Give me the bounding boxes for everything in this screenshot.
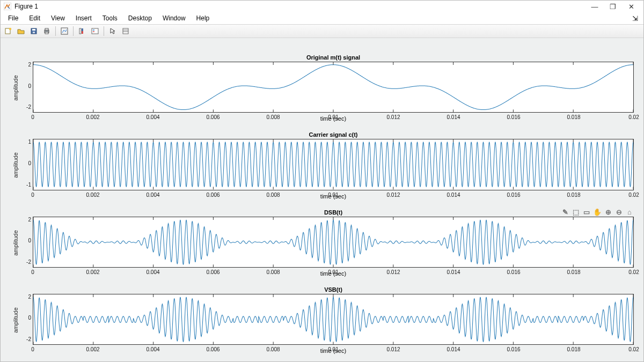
svg-point-2 <box>9 28 11 30</box>
subplot-0: amplitude20-2Original m(t) signal 00.002… <box>10 54 634 122</box>
link-plot-icon[interactable] <box>58 25 70 37</box>
zoom-in-icon[interactable]: ⊕ <box>604 208 612 217</box>
axes[interactable] <box>33 217 634 268</box>
x-ticks: 00.0020.0040.0060.0080.010.0120.0140.016… <box>33 345 634 346</box>
toolbar <box>1 24 643 38</box>
axes[interactable] <box>33 62 634 113</box>
titlebar: Figure 1 — ❐ ✕ <box>1 1 643 12</box>
menu-insert[interactable]: Insert <box>70 13 97 23</box>
dock-button[interactable]: ⇲ <box>629 14 641 23</box>
ylabel: amplitude <box>12 75 19 101</box>
y-ticks: 20-2 <box>21 54 33 122</box>
menu-file[interactable]: File <box>3 13 24 23</box>
save-icon[interactable] <box>28 25 40 37</box>
matlab-figure-icon <box>4 3 11 10</box>
y-ticks: 20-2 <box>21 209 33 277</box>
zoom-out-icon[interactable]: ⊖ <box>614 208 623 217</box>
toolbar-separator <box>73 26 74 36</box>
svg-rect-12 <box>82 31 83 34</box>
open-icon[interactable] <box>15 25 27 37</box>
svg-rect-10 <box>79 28 81 34</box>
svg-rect-13 <box>92 28 98 34</box>
y-ticks: 10-1 <box>21 131 33 199</box>
plot-title: VSB(t) <box>33 286 634 293</box>
print-icon[interactable] <box>41 25 53 37</box>
subplot-3: amplitude20-2VSB(t) 00.0020.0040.0060.00… <box>10 286 634 354</box>
window-title: Figure 1 <box>14 3 38 10</box>
x-ticks: 00.0020.0040.0060.0080.010.0120.0140.016… <box>33 113 634 114</box>
plot-title: DSB(t)✎⬚▭✋⊕⊖⌂ <box>33 209 634 216</box>
plot-title: Original m(t) signal <box>33 54 634 61</box>
menu-tools[interactable]: Tools <box>97 13 123 23</box>
svg-rect-16 <box>123 28 128 34</box>
minimize-button[interactable]: — <box>586 1 604 12</box>
close-button[interactable]: ✕ <box>622 1 640 12</box>
axes[interactable] <box>33 139 634 190</box>
menu-view[interactable]: View <box>46 13 70 23</box>
svg-rect-8 <box>45 32 48 34</box>
svg-rect-5 <box>33 32 35 33</box>
datatip-icon[interactable]: ⬚ <box>572 208 580 217</box>
insert-colorbar-icon[interactable] <box>76 25 88 37</box>
subplot-1: amplitude10-1Carrier signal c(t) 00.0020… <box>10 131 634 199</box>
toolbar-separator <box>55 26 56 36</box>
menubar: File Edit View Insert Tools Desktop Wind… <box>1 12 643 24</box>
edit-plot-pointer-icon[interactable] <box>107 25 119 37</box>
svg-rect-7 <box>45 28 48 30</box>
x-ticks: 00.0020.0040.0060.0080.010.0120.0140.016… <box>33 190 634 192</box>
subplot-2: amplitude20-2DSB(t)✎⬚▭✋⊕⊖⌂ 00.0020.0040.… <box>10 209 634 277</box>
axes-toolbar: ✎⬚▭✋⊕⊖⌂ <box>561 208 634 217</box>
brush-icon[interactable]: ✎ <box>561 208 569 217</box>
svg-rect-9 <box>61 28 68 34</box>
axes[interactable] <box>33 294 634 345</box>
y-ticks: 20-2 <box>21 286 33 354</box>
new-figure-icon[interactable] <box>2 25 14 37</box>
ylabel: amplitude <box>12 230 19 256</box>
menu-edit[interactable]: Edit <box>24 13 46 23</box>
menu-help[interactable]: Help <box>191 13 215 23</box>
maximize-button[interactable]: ❐ <box>604 1 622 12</box>
ylabel: amplitude <box>12 153 19 179</box>
x-ticks: 00.0020.0040.0060.0080.010.0120.0140.016… <box>33 268 634 269</box>
figure-canvas: amplitude20-2Original m(t) signal 00.002… <box>1 38 643 361</box>
home-icon[interactable]: ⌂ <box>625 208 634 217</box>
linked-icon[interactable]: ▭ <box>582 208 591 217</box>
svg-rect-4 <box>32 29 35 31</box>
menu-desktop[interactable]: Desktop <box>123 13 157 23</box>
toolbar-separator <box>104 26 104 36</box>
ylabel: amplitude <box>12 307 19 333</box>
plot-title: Carrier signal c(t) <box>33 131 634 138</box>
pan-icon[interactable]: ✋ <box>593 208 602 217</box>
menu-window[interactable]: Window <box>157 13 191 23</box>
insert-legend-icon[interactable] <box>89 25 101 37</box>
property-inspector-icon[interactable] <box>120 25 131 37</box>
